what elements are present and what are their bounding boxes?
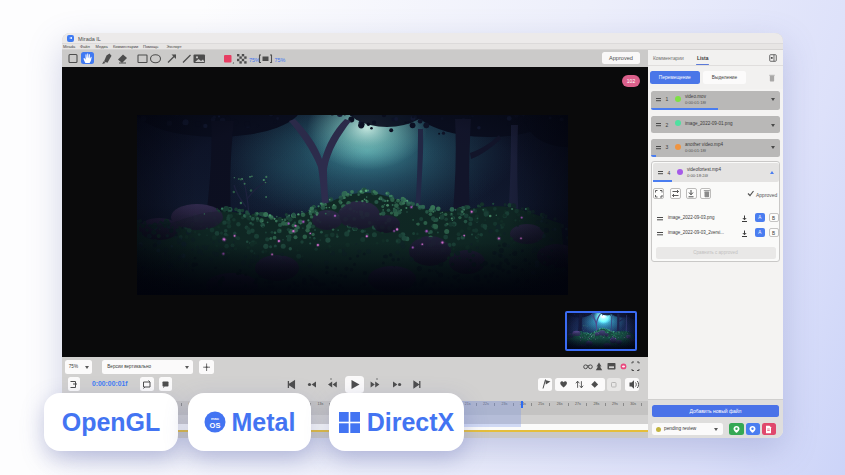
svg-text:75%: 75% — [275, 56, 286, 62]
svg-text:75%: 75% — [249, 56, 260, 62]
svg-text:OS: OS — [209, 421, 220, 430]
svg-text:Approved: Approved — [756, 192, 778, 198]
